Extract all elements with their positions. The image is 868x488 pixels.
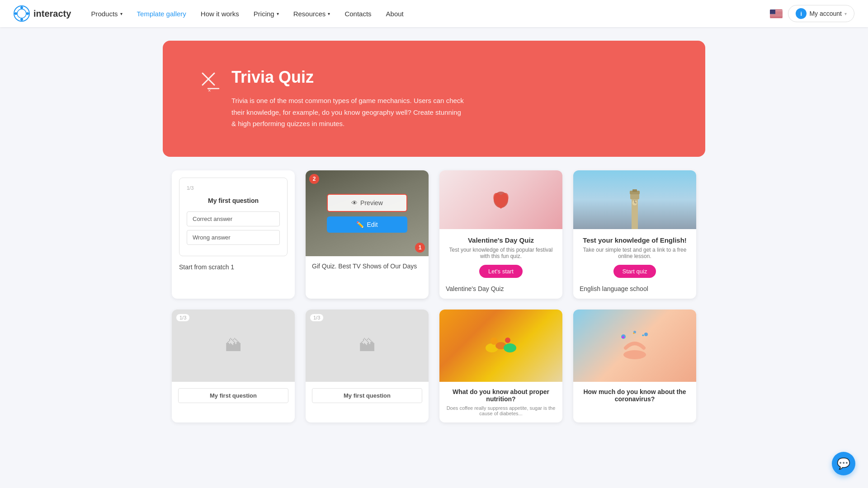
card-grid: 1/3 My first question Correct answer Wro… — [163, 170, 705, 451]
scratch-correct-answer: Correct answer — [187, 211, 280, 226]
edit-button[interactable]: ✏️ Edit — [327, 216, 407, 233]
svg-point-4 — [14, 12, 17, 15]
svg-point-1 — [17, 9, 26, 18]
card-english[interactable]: Test your knowledge of English! Take our… — [573, 170, 696, 299]
logo-text: interacty — [33, 9, 71, 19]
corona-thumb: ✦ ✦ ✦ — [573, 310, 696, 382]
svg-rect-16 — [770, 16, 783, 16]
svg-text:✦: ✦ — [632, 332, 635, 335]
card-placeholder-1[interactable]: 1/3 🏔 My first question — [172, 310, 295, 422]
card-gif-tv[interactable]: 2 👁 Preview ✏️ Edit 1 Gif Quiz. Best TV … — [306, 170, 429, 299]
hero-banner: × Trivia Quiz Trivia is one of the most … — [163, 41, 705, 157]
nav-template-gallery[interactable]: Template gallery — [131, 6, 193, 21]
valentines-body: Valentine's Day Quiz Test your knowledge… — [439, 229, 562, 285]
hero-icon: × — [199, 70, 222, 98]
svg-point-36 — [505, 338, 510, 343]
products-caret: ▾ — [120, 11, 123, 16]
scratch-wrong-answer: Wrong answer — [187, 230, 280, 245]
nutrition-title: What do you know about proper nutrition? — [446, 388, 556, 403]
pricing-caret: ▾ — [277, 11, 279, 16]
pencil-icon: ✏️ — [356, 221, 364, 228]
valentines-desc: Test your knowledge of this popular fest… — [447, 247, 555, 259]
nutrition-body: What do you know about proper nutrition?… — [439, 382, 562, 422]
nav-products[interactable]: Products ▾ — [85, 6, 128, 21]
nav-pricing[interactable]: Pricing ▾ — [247, 6, 285, 21]
nav-about[interactable]: About — [380, 6, 410, 21]
english-start-button[interactable]: Start quiz — [613, 265, 656, 278]
card-label: English language school — [573, 285, 696, 299]
svg-point-39 — [644, 333, 648, 336]
nav-resources[interactable]: Resources ▾ — [287, 6, 337, 21]
valentines-start-button[interactable]: Let's start — [479, 265, 523, 278]
my-account-button[interactable]: i My account ▾ — [788, 5, 854, 22]
placeholder-counter: 1/3 — [310, 314, 323, 321]
eye-icon: 👁 — [351, 199, 358, 206]
card-scratch-1[interactable]: 1/3 My first question Correct answer Wro… — [172, 170, 295, 299]
nav-contacts[interactable]: Contacts — [338, 6, 377, 21]
nav-how-it-works[interactable]: How it works — [194, 6, 245, 21]
hero-description: Trivia is one of the most common types o… — [231, 95, 467, 130]
svg-point-5 — [26, 12, 29, 15]
scratch-question: My first question — [187, 197, 280, 204]
flag-icon[interactable] — [770, 9, 783, 18]
image-icon: 🏔 — [359, 336, 375, 355]
svg-text:×: × — [208, 88, 211, 93]
english-title: Test your knowledge of English! — [580, 236, 689, 244]
badge-2: 2 — [309, 174, 319, 184]
nutrition-desc: Does coffee really suppress appetite, su… — [446, 405, 556, 416]
image-icon: 🏔 — [225, 336, 241, 355]
preview-label: Preview — [360, 199, 383, 206]
svg-rect-15 — [770, 15, 783, 16]
svg-text:✦: ✦ — [642, 333, 645, 338]
resources-caret: ▾ — [328, 11, 330, 16]
scratch-preview: 1/3 My first question Correct answer Wro… — [179, 178, 288, 256]
card-row-2: 1/3 🏔 My first question 1/3 🏔 My first q… — [172, 310, 696, 422]
my-account-label: My account — [809, 10, 842, 17]
svg-point-3 — [20, 18, 23, 21]
svg-point-34 — [504, 343, 516, 352]
english-desc: Take our simple test and get a link to a… — [580, 247, 689, 259]
edit-label: Edit — [367, 221, 377, 228]
card-label: Gif Quiz. Best TV Shows of Our Days — [306, 256, 429, 276]
nutrition-thumb — [439, 310, 562, 382]
card-row-1: 1/3 My first question Correct answer Wro… — [172, 170, 696, 299]
english-thumb — [573, 170, 696, 229]
placeholder-counter: 1/3 — [176, 314, 189, 321]
my-account-icon: i — [796, 8, 807, 19]
svg-rect-18 — [770, 17, 783, 18]
svg-point-37 — [623, 350, 646, 359]
svg-rect-13 — [770, 14, 783, 14]
card-placeholder-2[interactable]: 1/3 🏔 My first question — [306, 310, 429, 422]
card-nutrition[interactable]: What do you know about proper nutrition?… — [439, 310, 562, 422]
badge-1: 1 — [415, 243, 425, 253]
placeholder-thumb-2: 1/3 🏔 — [306, 310, 429, 382]
svg-rect-17 — [770, 17, 783, 17]
placeholder-body-1: My first question — [172, 382, 295, 409]
nav-right: i My account ▾ — [770, 5, 854, 22]
hero-title: Trivia Quiz — [231, 68, 467, 87]
scratch-counter: 1/3 — [187, 185, 280, 191]
placeholder-thumb-1: 1/3 🏔 — [172, 310, 295, 382]
placeholder-question: My first question — [312, 388, 422, 403]
my-account-caret: ▾ — [844, 11, 847, 16]
corona-title: How much do you know about the coronavir… — [580, 388, 690, 403]
svg-point-2 — [20, 6, 23, 9]
svg-text:✦: ✦ — [621, 335, 625, 340]
valentines-title: Valentine's Day Quiz — [447, 236, 555, 244]
preview-button[interactable]: 👁 Preview — [327, 194, 407, 212]
english-body: Test your knowledge of English! Take our… — [573, 229, 696, 285]
logo[interactable]: interacty — [14, 5, 71, 22]
card-label: Start from scratch 1 — [179, 260, 288, 271]
svg-rect-28 — [632, 189, 637, 192]
svg-point-35 — [491, 338, 498, 345]
corona-body: How much do you know about the coronavir… — [573, 382, 696, 412]
placeholder-question: My first question — [178, 388, 288, 403]
nav-links: Products ▾ Template gallery How it works… — [85, 6, 770, 21]
card-valentines[interactable]: Valentine's Day Quiz Test your knowledge… — [439, 170, 562, 299]
card-label: Valentine's Day Quiz — [439, 285, 562, 299]
svg-rect-19 — [770, 9, 775, 14]
placeholder-body-2: My first question — [306, 382, 429, 409]
navbar: interacty Products ▾ Template gallery Ho… — [0, 0, 868, 27]
svg-rect-14 — [770, 14, 783, 15]
card-corona[interactable]: ✦ ✦ ✦ How much do you know about the cor… — [573, 310, 696, 422]
